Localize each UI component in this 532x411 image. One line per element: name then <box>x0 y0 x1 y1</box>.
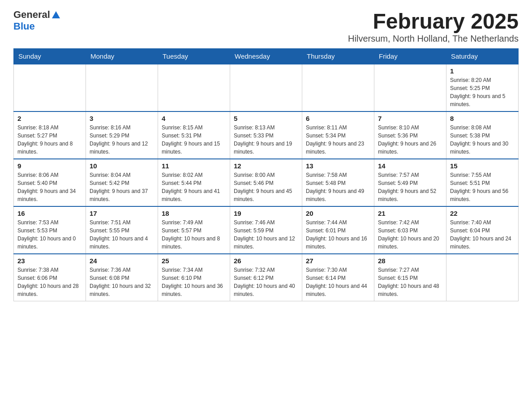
day-info: Sunrise: 7:38 AMSunset: 6:06 PMDaylight:… <box>17 266 82 298</box>
day-info: Sunrise: 8:13 AMSunset: 5:33 PMDaylight:… <box>234 124 298 156</box>
day-number: 18 <box>162 210 226 217</box>
day-number: 9 <box>17 162 82 170</box>
calendar-cell-w0d1 <box>86 64 158 111</box>
day-number: 11 <box>162 162 226 170</box>
day-number: 1 <box>450 67 515 75</box>
day-number: 4 <box>162 115 226 122</box>
subtitle: Hilversum, North Holland, The Netherland… <box>348 34 519 44</box>
calendar-cell-w1d0: 2Sunrise: 8:18 AMSunset: 5:27 PMDaylight… <box>14 111 86 159</box>
day-number: 12 <box>234 162 298 170</box>
day-info: Sunrise: 7:55 AMSunset: 5:51 PMDaylight:… <box>450 171 515 203</box>
weekday-header-row: SundayMondayTuesdayWednesdayThursdayFrid… <box>14 49 519 64</box>
day-info: Sunrise: 8:20 AMSunset: 5:25 PMDaylight:… <box>450 76 515 108</box>
day-number: 6 <box>306 115 370 122</box>
logo: General Blue <box>13 9 60 32</box>
day-number: 25 <box>162 257 226 265</box>
day-number: 5 <box>234 115 298 122</box>
logo-general-text: General <box>13 9 50 21</box>
calendar-cell-w0d5 <box>374 64 446 111</box>
weekday-header-sunday: Sunday <box>14 49 86 64</box>
weekday-header-friday: Friday <box>374 49 446 64</box>
day-number: 26 <box>234 257 298 265</box>
day-number: 14 <box>378 162 442 170</box>
weekday-header-tuesday: Tuesday <box>158 49 230 64</box>
day-number: 27 <box>306 257 370 265</box>
day-info: Sunrise: 7:42 AMSunset: 6:03 PMDaylight:… <box>378 218 442 251</box>
day-info: Sunrise: 7:36 AMSunset: 6:08 PMDaylight:… <box>90 266 154 298</box>
day-number: 16 <box>17 210 82 217</box>
week-row-1: 2Sunrise: 8:18 AMSunset: 5:27 PMDaylight… <box>14 111 519 159</box>
day-info: Sunrise: 7:30 AMSunset: 6:14 PMDaylight:… <box>306 266 370 298</box>
day-number: 21 <box>378 210 442 217</box>
day-number: 22 <box>450 210 515 217</box>
logo-blue-text: Blue <box>13 21 35 32</box>
day-number: 24 <box>90 257 154 265</box>
calendar-cell-w2d5: 14Sunrise: 7:57 AMSunset: 5:49 PMDayligh… <box>374 159 446 206</box>
day-info: Sunrise: 8:00 AMSunset: 5:46 PMDaylight:… <box>234 171 298 203</box>
day-number: 23 <box>17 257 82 265</box>
day-info: Sunrise: 8:18 AMSunset: 5:27 PMDaylight:… <box>17 124 82 156</box>
calendar-cell-w0d4 <box>302 64 374 111</box>
day-number: 20 <box>306 210 370 217</box>
calendar-cell-w4d4: 27Sunrise: 7:30 AMSunset: 6:14 PMDayligh… <box>302 254 374 301</box>
day-number: 10 <box>90 162 154 170</box>
calendar-cell-w4d0: 23Sunrise: 7:38 AMSunset: 6:06 PMDayligh… <box>14 254 86 301</box>
day-info: Sunrise: 8:06 AMSunset: 5:40 PMDaylight:… <box>17 171 82 203</box>
day-number: 13 <box>306 162 370 170</box>
logo-triangle-icon <box>52 11 60 20</box>
day-number: 7 <box>378 115 442 122</box>
calendar-cell-w0d2 <box>158 64 230 111</box>
calendar-cell-w2d4: 13Sunrise: 7:58 AMSunset: 5:48 PMDayligh… <box>302 159 374 206</box>
day-info: Sunrise: 7:49 AMSunset: 5:57 PMDaylight:… <box>162 218 226 251</box>
title-area: February 2025 Hilversum, North Holland, … <box>348 9 519 44</box>
calendar-cell-w4d5: 28Sunrise: 7:27 AMSunset: 6:15 PMDayligh… <box>374 254 446 301</box>
calendar-cell-w2d2: 11Sunrise: 8:02 AMSunset: 5:44 PMDayligh… <box>158 159 230 206</box>
calendar-cell-w3d3: 19Sunrise: 7:46 AMSunset: 5:59 PMDayligh… <box>230 206 302 254</box>
calendar-cell-w2d6: 15Sunrise: 7:55 AMSunset: 5:51 PMDayligh… <box>446 159 519 206</box>
calendar-cell-w1d4: 6Sunrise: 8:11 AMSunset: 5:34 PMDaylight… <box>302 111 374 159</box>
calendar-cell-w4d3: 26Sunrise: 7:32 AMSunset: 6:12 PMDayligh… <box>230 254 302 301</box>
svg-marker-0 <box>52 11 60 18</box>
calendar-cell-w2d0: 9Sunrise: 8:06 AMSunset: 5:40 PMDaylight… <box>14 159 86 206</box>
day-number: 2 <box>17 115 82 122</box>
day-info: Sunrise: 8:16 AMSunset: 5:29 PMDaylight:… <box>90 124 154 156</box>
calendar-cell-w2d3: 12Sunrise: 8:00 AMSunset: 5:46 PMDayligh… <box>230 159 302 206</box>
calendar-cell-w0d0 <box>14 64 86 111</box>
day-info: Sunrise: 8:11 AMSunset: 5:34 PMDaylight:… <box>306 124 370 156</box>
header: General Blue February 2025 Hilversum, No… <box>13 9 519 44</box>
calendar-table: SundayMondayTuesdayWednesdayThursdayFrid… <box>13 48 519 301</box>
weekday-header-monday: Monday <box>86 49 158 64</box>
calendar-cell-w1d3: 5Sunrise: 8:13 AMSunset: 5:33 PMDaylight… <box>230 111 302 159</box>
calendar-cell-w4d6 <box>446 254 519 301</box>
calendar-cell-w1d5: 7Sunrise: 8:10 AMSunset: 5:36 PMDaylight… <box>374 111 446 159</box>
calendar-cell-w0d3 <box>230 64 302 111</box>
calendar-cell-w3d6: 22Sunrise: 7:40 AMSunset: 6:04 PMDayligh… <box>446 206 519 254</box>
day-info: Sunrise: 8:08 AMSunset: 5:38 PMDaylight:… <box>450 124 515 156</box>
week-row-0: 1Sunrise: 8:20 AMSunset: 5:25 PMDaylight… <box>14 64 519 111</box>
weekday-header-wednesday: Wednesday <box>230 49 302 64</box>
calendar-cell-w4d1: 24Sunrise: 7:36 AMSunset: 6:08 PMDayligh… <box>86 254 158 301</box>
calendar-cell-w3d1: 17Sunrise: 7:51 AMSunset: 5:55 PMDayligh… <box>86 206 158 254</box>
day-number: 17 <box>90 210 154 217</box>
day-number: 19 <box>234 210 298 217</box>
calendar-cell-w1d1: 3Sunrise: 8:16 AMSunset: 5:29 PMDaylight… <box>86 111 158 159</box>
week-row-2: 9Sunrise: 8:06 AMSunset: 5:40 PMDaylight… <box>14 159 519 206</box>
day-number: 8 <box>450 115 515 122</box>
day-info: Sunrise: 8:10 AMSunset: 5:36 PMDaylight:… <box>378 124 442 156</box>
day-info: Sunrise: 7:40 AMSunset: 6:04 PMDaylight:… <box>450 218 515 251</box>
week-row-3: 16Sunrise: 7:53 AMSunset: 5:53 PMDayligh… <box>14 206 519 254</box>
day-info: Sunrise: 8:04 AMSunset: 5:42 PMDaylight:… <box>90 171 154 203</box>
calendar-cell-w3d5: 21Sunrise: 7:42 AMSunset: 6:03 PMDayligh… <box>374 206 446 254</box>
day-info: Sunrise: 7:51 AMSunset: 5:55 PMDaylight:… <box>90 218 154 251</box>
day-info: Sunrise: 7:34 AMSunset: 6:10 PMDaylight:… <box>162 266 226 298</box>
calendar-cell-w4d2: 25Sunrise: 7:34 AMSunset: 6:10 PMDayligh… <box>158 254 230 301</box>
calendar-cell-w3d2: 18Sunrise: 7:49 AMSunset: 5:57 PMDayligh… <box>158 206 230 254</box>
day-info: Sunrise: 7:32 AMSunset: 6:12 PMDaylight:… <box>234 266 298 298</box>
weekday-header-thursday: Thursday <box>302 49 374 64</box>
week-row-4: 23Sunrise: 7:38 AMSunset: 6:06 PMDayligh… <box>14 254 519 301</box>
day-info: Sunrise: 7:27 AMSunset: 6:15 PMDaylight:… <box>378 266 442 298</box>
weekday-header-saturday: Saturday <box>446 49 519 64</box>
day-number: 15 <box>450 162 515 170</box>
day-info: Sunrise: 7:44 AMSunset: 6:01 PMDaylight:… <box>306 218 370 251</box>
calendar-cell-w3d0: 16Sunrise: 7:53 AMSunset: 5:53 PMDayligh… <box>14 206 86 254</box>
